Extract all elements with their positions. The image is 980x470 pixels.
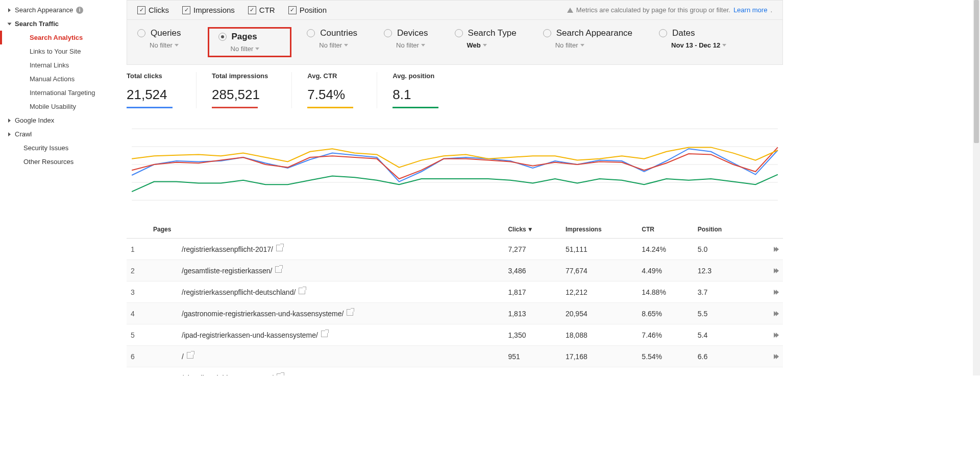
external-link-icon[interactable] xyxy=(299,288,305,294)
sidebar-item-label: Search Traffic xyxy=(15,20,59,28)
drilldown-icon[interactable] xyxy=(774,354,779,359)
row-page[interactable]: /einzelhandel-kassensystem/ xyxy=(155,367,504,376)
external-link-icon[interactable] xyxy=(276,245,283,251)
metric-avg-position[interactable]: Avg. position8.1 xyxy=(393,72,462,108)
sidebar-item-search-analytics[interactable]: Search Analytics xyxy=(0,31,117,44)
dimension-row: QueriesNo filterPagesNo filterCountriesN… xyxy=(127,20,782,64)
metric-total-clicks[interactable]: Total clicks21,524 xyxy=(127,72,197,108)
dimension-label: Devices xyxy=(397,28,428,38)
table-row[interactable]: 2/gesamtliste-registierkassen/3,48677,67… xyxy=(127,260,783,281)
row-position: 5.8 xyxy=(694,367,749,376)
row-page[interactable]: /gastronomie-registrierkassen-und-kassen… xyxy=(155,303,504,324)
chevron-down-icon xyxy=(421,44,425,46)
drilldown-icon[interactable] xyxy=(774,268,779,273)
sidebar-item-mobile-usability[interactable]: Mobile Usability xyxy=(0,100,117,113)
row-page[interactable]: / xyxy=(155,346,504,367)
radio-icon xyxy=(384,29,392,37)
metric-checkbox-ctr[interactable]: ✓CTR xyxy=(248,6,275,14)
sidebar-item-manual-actions[interactable]: Manual Actions xyxy=(0,72,117,86)
dimension-queries[interactable]: QueriesNo filter xyxy=(137,27,187,57)
sidebar-item-google-index[interactable]: Google Index xyxy=(0,113,117,127)
row-page[interactable]: /registrierkassenpflicht-deutschland/ xyxy=(155,281,504,303)
sidebar-item-label: Manual Actions xyxy=(30,75,75,83)
metric-avg-ctr[interactable]: Avg. CTR7.54% xyxy=(307,72,377,108)
dimension-label: Dates xyxy=(672,28,695,38)
dimension-search-type[interactable]: Search TypeWeb xyxy=(455,27,523,57)
row-impressions: 77,674 xyxy=(561,260,638,281)
checkbox-label: Position xyxy=(300,6,327,14)
drilldown-icon[interactable] xyxy=(774,247,779,252)
dimension-filter-value[interactable]: No filter xyxy=(396,41,428,49)
dimension-label: Search Appearance xyxy=(556,28,632,38)
external-link-icon[interactable] xyxy=(187,352,193,359)
table-row[interactable]: 4/gastronomie-registrierkassen-und-kasse… xyxy=(127,303,783,324)
dimension-filter-value[interactable]: No filter xyxy=(231,45,260,53)
col-position[interactable]: Position xyxy=(694,221,749,239)
sidebar-item-international-targeting[interactable]: International Targeting xyxy=(0,86,117,100)
learn-more-link[interactable]: Learn more xyxy=(733,6,767,14)
sidebar-item-links-to-your-site[interactable]: Links to Your Site xyxy=(0,44,117,58)
row-position: 3.7 xyxy=(694,281,749,303)
drilldown-icon[interactable] xyxy=(774,290,779,295)
sidebar-item-label: Search Analytics xyxy=(30,34,83,41)
drilldown-icon[interactable] xyxy=(774,375,779,376)
radio-icon xyxy=(659,29,667,37)
table-row[interactable]: 6/95117,1685.54%6.6 xyxy=(127,346,783,367)
dimension-filter-value[interactable]: No filter xyxy=(150,41,181,49)
calculation-notice: Metrics are calculated by page for this … xyxy=(567,6,772,14)
checkbox-label: CTR xyxy=(259,6,275,14)
row-index: 4 xyxy=(127,303,155,324)
checkbox-icon: ✓ xyxy=(137,6,145,14)
drilldown-icon[interactable] xyxy=(774,311,779,316)
table-row[interactable]: 5/ipad-registrierkassen-und-kassensystem… xyxy=(127,324,783,346)
col-clicks[interactable]: Clicks▼ xyxy=(504,221,561,239)
dimension-pages[interactable]: PagesNo filter xyxy=(208,27,292,57)
dimension-filter-value[interactable]: No filter xyxy=(555,41,632,49)
row-page[interactable]: /registrierkassenpflicht-2017/ xyxy=(155,239,504,260)
dimension-countries[interactable]: CountriesNo filter xyxy=(307,27,363,57)
row-clicks: 1,350 xyxy=(504,324,561,346)
sidebar: Search AppearanceiSearch TrafficSearch A… xyxy=(0,0,117,375)
sidebar-item-internal-links[interactable]: Internal Links xyxy=(0,58,117,72)
table-row[interactable]: 3/registrierkassenpflicht-deutschland/1,… xyxy=(127,281,783,303)
dimension-search-appearance[interactable]: Search AppearanceNo filter xyxy=(543,27,639,57)
sidebar-item-security-issues[interactable]: Security Issues xyxy=(0,141,117,155)
checkbox-icon: ✓ xyxy=(288,6,297,14)
col-ctr[interactable]: CTR xyxy=(638,221,693,239)
dimension-dates[interactable]: DatesNov 13 - Dec 12 xyxy=(659,27,732,57)
sidebar-item-search-appearance[interactable]: Search Appearancei xyxy=(0,3,117,17)
metric-total-impressions[interactable]: Total impressions285,521 xyxy=(212,72,292,108)
dimension-devices[interactable]: DevicesNo filter xyxy=(384,27,434,57)
row-ctr: 7.46% xyxy=(638,324,693,346)
dimension-filter-value[interactable]: No filter xyxy=(319,41,357,49)
row-page[interactable]: /ipad-registrierkassen-und-kassensysteme… xyxy=(155,324,504,346)
row-position: 6.6 xyxy=(694,346,749,367)
external-link-icon[interactable] xyxy=(277,373,283,375)
metric-checkbox-position[interactable]: ✓Position xyxy=(288,6,327,14)
warning-icon xyxy=(567,8,573,13)
dimension-filter-value[interactable]: Web xyxy=(467,41,517,49)
metric-title: Total impressions xyxy=(212,72,268,80)
metric-checkbox-clicks[interactable]: ✓Clicks xyxy=(137,6,169,14)
row-clicks: 1,813 xyxy=(504,303,561,324)
external-link-icon[interactable] xyxy=(321,331,328,337)
dimension-filter-value[interactable]: Nov 13 - Dec 12 xyxy=(671,41,726,49)
external-link-icon[interactable] xyxy=(347,309,353,316)
table-row[interactable]: 1/registrierkassenpflicht-2017/7,27751,1… xyxy=(127,239,783,260)
info-icon[interactable]: i xyxy=(76,7,83,14)
sidebar-item-label: Crawl xyxy=(15,130,32,138)
row-ctr: 4.49% xyxy=(638,260,693,281)
sidebar-item-crawl[interactable]: Crawl xyxy=(0,127,117,141)
table-row[interactable]: 7/einzelhandel-kassensystem/92710,2289.0… xyxy=(127,367,783,376)
col-pages[interactable]: Pages xyxy=(127,221,504,239)
external-link-icon[interactable] xyxy=(275,266,282,273)
sidebar-item-search-traffic[interactable]: Search Traffic xyxy=(0,17,117,31)
summary-metrics: Total clicks21,524Total impressions285,5… xyxy=(127,72,783,108)
sidebar-item-other-resources[interactable]: Other Resources xyxy=(0,155,117,169)
row-page[interactable]: /gesamtliste-registierkassen/ xyxy=(155,260,504,281)
row-index: 7 xyxy=(127,367,155,376)
col-impressions[interactable]: Impressions xyxy=(561,221,638,239)
notice-text: Metrics are calculated by page for this … xyxy=(576,6,730,14)
drilldown-icon[interactable] xyxy=(774,333,779,338)
metric-checkbox-impressions[interactable]: ✓Impressions xyxy=(182,6,235,14)
